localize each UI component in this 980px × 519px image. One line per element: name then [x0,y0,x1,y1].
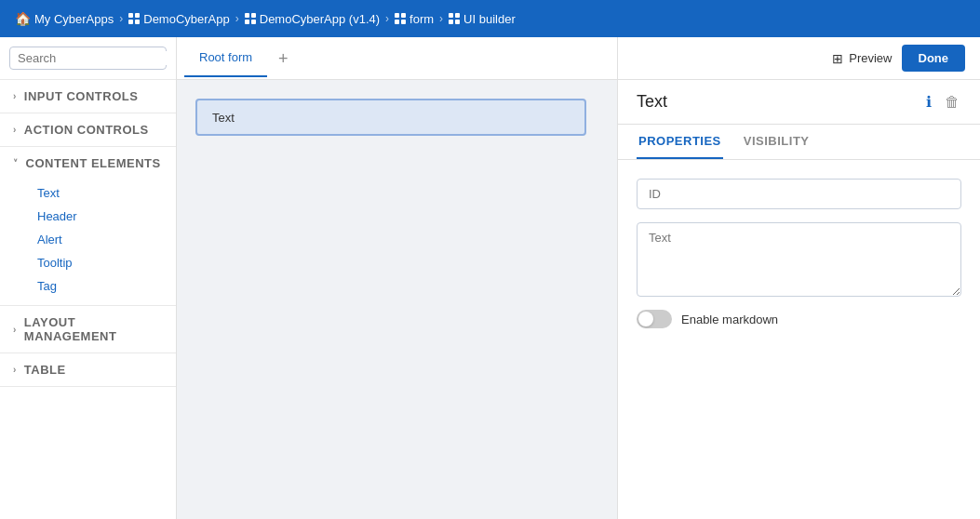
section-content-elements-header[interactable]: ˅ CONTENT ELEMENTS [0,147,176,180]
preview-icon: ⊞ [832,51,843,66]
breadcrumb-version[interactable]: DemoCyberApp (v1.4) [245,12,380,26]
done-button[interactable]: Done [902,45,966,72]
search-box: 🔍 [0,37,176,80]
sidebar: 🔍 › INPUT CONTROLS › ACTION CONTROLS ˅ C… [0,37,177,519]
preview-label: Preview [849,51,892,65]
section-layout-management: › LAYOUT MANAGEMENT [0,306,176,353]
right-panel-topbar: ⊞ Preview Done [618,37,980,80]
chevron-right-icon-4: › [13,365,17,375]
chevron-right-icon-3: › [13,325,17,335]
breadcrumb-form-label: form [409,12,434,26]
toggle-knob [638,312,653,326]
enable-markdown-label: Enable markdown [681,313,778,326]
breadcrumb-version-label: DemoCyberApp (v1.4) [260,12,380,26]
section-content-elements: ˅ CONTENT ELEMENTS Text Header Alert Too… [0,147,176,306]
add-tab-button[interactable]: + [267,43,300,74]
canvas-tab-root-form-label: Root form [199,50,252,64]
chevron-right-icon-2: › [13,125,17,135]
section-action-controls-label: ACTION CONTROLS [24,123,149,137]
canvas-tabs: Root form + [177,37,617,80]
house-icon: 🏠 [15,11,31,26]
section-input-controls-header[interactable]: › INPUT CONTROLS [0,80,176,113]
breadcrumb-home-label: My CyberApps [34,12,114,26]
tab-visibility[interactable]: VISIBILITY [742,125,812,159]
grid-icon-3 [395,13,406,24]
right-panel: ⊞ Preview Done Text ℹ 🗑 PROPERTIES [617,37,980,519]
canvas-area: Root form + Text [177,37,617,519]
section-input-controls-label: INPUT CONTROLS [24,89,139,103]
right-panel-title: Text [637,92,667,112]
text-block[interactable]: Text [195,99,586,136]
breadcrumb-builder-label: UI builder [463,12,516,26]
right-panel-header: Text ℹ 🗑 [618,80,980,125]
canvas-content: Text [177,80,617,519]
text-block-label: Text [212,111,235,125]
text-field [637,222,961,297]
tab-properties-label: PROPERTIES [638,134,721,148]
right-panel-body: Enable markdown [618,160,980,519]
sidebar-item-header[interactable]: Header [30,205,176,228]
breadcrumb-app-label: DemoCyberApp [143,12,230,26]
breadcrumb-sep-4: › [439,12,443,25]
sidebar-item-alert[interactable]: Alert [30,228,176,251]
grid-icon-1 [128,13,140,24]
sidebar-item-tooltip[interactable]: Tooltip [30,251,176,274]
info-icon: ℹ [926,94,932,110]
tab-visibility-label: VISIBILITY [744,134,810,148]
delete-button[interactable]: 🗑 [943,92,961,113]
search-input-wrap: 🔍 [9,47,167,70]
tab-properties[interactable]: PROPERTIES [637,125,723,159]
breadcrumb-home[interactable]: 🏠 My CyberApps [15,11,114,26]
breadcrumb-form[interactable]: form [395,12,434,26]
id-field [637,179,961,209]
section-table: › TABLE [0,353,176,387]
grid-icon-4 [449,13,460,24]
enable-markdown-row: Enable markdown [637,310,961,328]
section-action-controls: › ACTION CONTROLS [0,113,176,147]
right-panel-tabs: PROPERTIES VISIBILITY [618,125,980,160]
content-elements-items: Text Header Alert Tooltip Tag [0,180,176,305]
section-layout-management-header[interactable]: › LAYOUT MANAGEMENT [0,306,176,353]
preview-button[interactable]: ⊞ Preview [832,51,892,66]
breadcrumb-builder[interactable]: UI builder [449,12,516,26]
sidebar-item-text[interactable]: Text [30,181,176,205]
breadcrumb-sep-2: › [235,12,239,25]
breadcrumb-sep-1: › [119,12,123,25]
enable-markdown-toggle[interactable] [637,310,672,328]
section-action-controls-header[interactable]: › ACTION CONTROLS [0,113,176,146]
canvas-tab-root-form[interactable]: Root form [184,39,267,77]
section-table-header[interactable]: › TABLE [0,353,176,386]
section-table-label: TABLE [24,363,66,377]
grid-icon-2 [245,13,256,24]
section-input-controls: › INPUT CONTROLS [0,80,176,113]
id-input[interactable] [637,179,961,209]
text-textarea[interactable] [637,222,961,297]
section-layout-management-label: LAYOUT MANAGEMENT [24,315,163,343]
chevron-down-icon: ˅ [13,158,19,168]
breadcrumb-sep-3: › [385,12,389,25]
info-button[interactable]: ℹ [924,91,933,113]
search-input[interactable] [18,51,174,65]
trash-icon: 🗑 [945,94,960,110]
breadcrumb-app[interactable]: DemoCyberApp [128,12,230,26]
section-content-elements-label: CONTENT ELEMENTS [26,156,161,170]
breadcrumb: 🏠 My CyberApps › DemoCyberApp › DemoCybe… [0,0,980,37]
sidebar-item-tag[interactable]: Tag [30,274,176,298]
right-panel-actions: ℹ 🗑 [924,91,961,113]
chevron-right-icon: › [13,91,17,101]
